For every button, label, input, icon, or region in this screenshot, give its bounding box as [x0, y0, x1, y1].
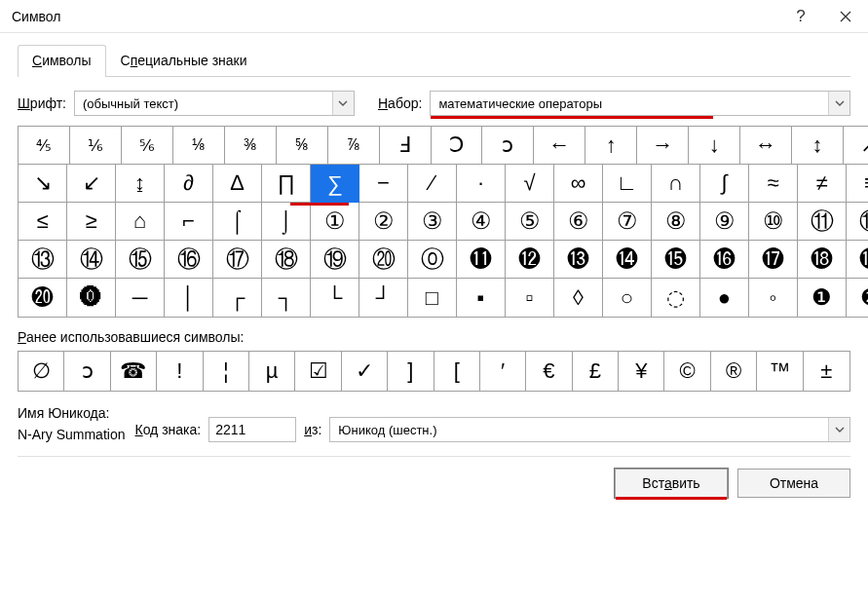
- symbol-cell[interactable]: ⑯: [165, 241, 213, 279]
- close-button[interactable]: [823, 0, 868, 33]
- symbol-cell[interactable]: ③: [408, 203, 457, 241]
- symbol-cell[interactable]: □: [408, 279, 457, 317]
- symbol-cell[interactable]: ⓭: [554, 241, 603, 279]
- symbol-cell[interactable]: −: [359, 165, 408, 203]
- symbol-cell[interactable]: ④: [457, 203, 506, 241]
- symbol-cell[interactable]: ⓪: [408, 241, 457, 279]
- symbol-cell[interactable]: ─: [116, 279, 165, 317]
- symbol-cell[interactable]: ⓲: [798, 241, 847, 279]
- symbol-cell[interactable]: ⅞: [328, 127, 380, 165]
- cancel-button[interactable]: Отмена: [737, 469, 850, 498]
- symbol-cell[interactable]: ⑭: [67, 241, 116, 279]
- subset-select[interactable]: математические операторы: [430, 91, 850, 116]
- from-select[interactable]: Юникод (шестн.): [329, 417, 850, 442]
- symbol-cell[interactable]: ⑩: [749, 203, 798, 241]
- symbol-cell[interactable]: ↓: [689, 127, 740, 165]
- symbol-cell[interactable]: ❶: [798, 279, 847, 317]
- symbol-cell[interactable]: ⑧: [652, 203, 700, 241]
- symbol-cell[interactable]: ∞: [554, 165, 603, 203]
- symbol-cell[interactable]: ≠: [798, 165, 847, 203]
- recent-symbol-cell[interactable]: ¥: [619, 352, 664, 391]
- symbol-cell[interactable]: ∫: [700, 165, 749, 203]
- tab-special[interactable]: Специальные знаки: [106, 45, 262, 77]
- symbol-cell[interactable]: ↘: [19, 165, 67, 203]
- symbol-cell[interactable]: ⓴: [19, 279, 67, 317]
- font-select[interactable]: (обычный текст): [74, 91, 355, 116]
- symbol-cell[interactable]: ⑱: [262, 241, 311, 279]
- symbol-cell[interactable]: ○: [603, 279, 652, 317]
- symbol-cell[interactable]: ↕: [792, 127, 844, 165]
- symbol-cell[interactable]: Ↄ: [432, 127, 483, 165]
- symbol-cell[interactable]: ⑮: [116, 241, 165, 279]
- symbol-cell[interactable]: ┌: [213, 279, 262, 317]
- symbol-cell[interactable]: ⓫: [457, 241, 506, 279]
- recent-symbol-cell[interactable]: ±: [804, 352, 849, 391]
- symbol-cell[interactable]: ⓰: [700, 241, 749, 279]
- symbol-cell[interactable]: ∩: [652, 165, 700, 203]
- recent-symbol-cell[interactable]: ✓: [342, 352, 388, 391]
- symbol-cell[interactable]: ≈: [749, 165, 798, 203]
- symbol-cell[interactable]: ↗: [844, 127, 868, 165]
- symbol-cell[interactable]: ⅙: [70, 127, 122, 165]
- symbol-cell[interactable]: ∙: [457, 165, 506, 203]
- symbol-cell[interactable]: ⅜: [225, 127, 277, 165]
- recent-symbol-cell[interactable]: ]: [388, 352, 434, 391]
- symbol-cell[interactable]: ▪: [457, 279, 506, 317]
- recent-symbol-cell[interactable]: ☑: [295, 352, 341, 391]
- code-input[interactable]: [208, 417, 296, 442]
- symbol-cell[interactable]: ⑬: [19, 241, 67, 279]
- symbol-cell[interactable]: ∑: [311, 165, 359, 203]
- recent-symbol-cell[interactable]: [: [434, 352, 480, 391]
- symbol-cell[interactable]: ①: [311, 203, 359, 241]
- symbol-cell[interactable]: √: [506, 165, 554, 203]
- symbol-cell[interactable]: ┘: [359, 279, 408, 317]
- tab-symbols[interactable]: Символы: [18, 45, 106, 77]
- symbol-cell[interactable]: ⌠: [213, 203, 262, 241]
- symbol-cell[interactable]: ◊: [554, 279, 603, 317]
- symbol-cell[interactable]: ⑳: [359, 241, 408, 279]
- symbol-cell[interactable]: ◌: [652, 279, 700, 317]
- symbol-cell[interactable]: ⑲: [311, 241, 359, 279]
- symbol-cell[interactable]: ⑰: [213, 241, 262, 279]
- recent-symbol-cell[interactable]: !: [157, 352, 203, 391]
- symbol-cell[interactable]: ②: [359, 203, 408, 241]
- symbol-cell[interactable]: ⅚: [122, 127, 173, 165]
- symbol-cell[interactable]: ↄ: [482, 127, 534, 165]
- symbol-cell[interactable]: ↨: [116, 165, 165, 203]
- recent-symbol-cell[interactable]: ☎: [111, 352, 157, 391]
- symbol-cell[interactable]: ┐: [262, 279, 311, 317]
- symbol-cell[interactable]: ←: [534, 127, 585, 165]
- recent-symbol-cell[interactable]: ©: [664, 352, 710, 391]
- symbol-cell[interactable]: ∏: [262, 165, 311, 203]
- symbol-cell[interactable]: ⌐: [165, 203, 213, 241]
- symbol-cell[interactable]: ◦: [749, 279, 798, 317]
- symbol-cell[interactable]: ≡: [847, 165, 868, 203]
- symbol-cell[interactable]: ⌡: [262, 203, 311, 241]
- recent-symbol-cell[interactable]: £: [573, 352, 619, 391]
- symbol-cell[interactable]: Ⅎ: [380, 127, 432, 165]
- symbol-cell[interactable]: ⓬: [506, 241, 554, 279]
- symbol-cell[interactable]: ∕: [408, 165, 457, 203]
- symbol-cell[interactable]: ↙: [67, 165, 116, 203]
- recent-symbol-cell[interactable]: µ: [249, 352, 295, 391]
- symbol-cell[interactable]: ⑪: [798, 203, 847, 241]
- symbol-cell[interactable]: ↔: [740, 127, 792, 165]
- symbol-cell[interactable]: ⓯: [652, 241, 700, 279]
- recent-symbol-cell[interactable]: ®: [711, 352, 757, 391]
- symbol-cell[interactable]: ●: [700, 279, 749, 317]
- recent-symbol-cell[interactable]: ∅: [19, 352, 64, 391]
- recent-symbol-cell[interactable]: ′: [480, 352, 526, 391]
- symbol-cell[interactable]: ⓮: [603, 241, 652, 279]
- help-button[interactable]: ?: [778, 0, 823, 33]
- symbol-cell[interactable]: ∆: [213, 165, 262, 203]
- symbol-cell[interactable]: ⓳: [847, 241, 868, 279]
- symbol-cell[interactable]: ≥: [67, 203, 116, 241]
- symbol-cell[interactable]: ⑦: [603, 203, 652, 241]
- symbol-cell[interactable]: ▫: [506, 279, 554, 317]
- symbol-cell[interactable]: ∂: [165, 165, 213, 203]
- symbol-cell[interactable]: ⌂: [116, 203, 165, 241]
- symbol-cell[interactable]: ⅘: [19, 127, 70, 165]
- recent-symbol-cell[interactable]: ɔ: [64, 352, 110, 391]
- symbol-cell[interactable]: ⅛: [173, 127, 225, 165]
- symbol-cell[interactable]: └: [311, 279, 359, 317]
